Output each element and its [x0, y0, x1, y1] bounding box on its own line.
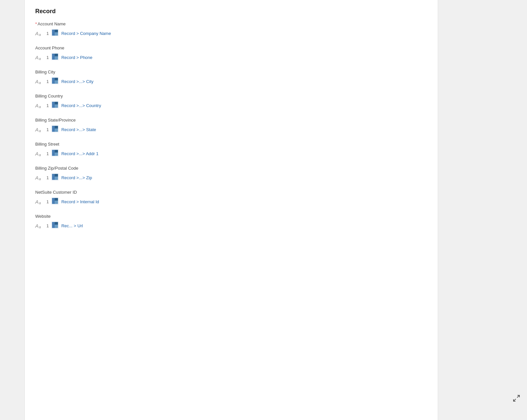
netsuite-icon	[51, 197, 59, 206]
svg-rect-3	[55, 32, 58, 36]
field-link-billing-zip[interactable]: Record >...> Zip	[61, 175, 92, 180]
netsuite-icon	[51, 53, 59, 62]
field-number: 1	[46, 31, 49, 36]
field-row-billing-country: Aa1 Record >...> Country	[35, 101, 427, 110]
field-label-text-billing-country: Billing Country	[35, 94, 63, 98]
field-row-website: Aa1 Rec... > Url	[35, 221, 427, 230]
svg-rect-31	[55, 201, 58, 204]
netsuite-icon	[51, 221, 59, 230]
field-link-netsuite-customer-id[interactable]: Record > Internal Id	[61, 199, 99, 204]
fields-container: *Account NameAa1 Record > Company NameAc…	[35, 21, 427, 230]
field-row-netsuite-customer-id: Aa1 Record > Internal Id	[35, 197, 427, 206]
section-title: Record	[35, 8, 427, 15]
type-aa-icon: Aa	[35, 103, 44, 108]
svg-rect-19	[55, 128, 58, 132]
svg-rect-7	[55, 56, 58, 60]
netsuite-icon	[51, 101, 59, 110]
netsuite-icon	[51, 29, 59, 38]
type-aa-icon: Aa	[35, 127, 44, 132]
field-link-billing-country[interactable]: Record >...> Country	[61, 103, 101, 108]
field-label-account-name: *Account Name	[35, 21, 427, 26]
field-row-account-name: Aa1 Record > Company Name	[35, 29, 427, 38]
field-link-billing-street[interactable]: Record >...> Addr 1	[61, 151, 98, 156]
field-number: 1	[46, 103, 49, 108]
type-aa-icon: Aa	[35, 199, 44, 205]
field-row-account-phone: Aa1 Record > Phone	[35, 53, 427, 62]
field-label-website: Website	[35, 214, 427, 219]
field-label-text-account-phone: Account Phone	[35, 45, 64, 50]
svg-rect-35	[55, 225, 58, 228]
field-label-text-billing-state: Billing State/Province	[35, 118, 76, 123]
field-group-account-name: *Account NameAa1 Record > Company Name	[35, 21, 427, 38]
type-aa-icon: Aa	[35, 151, 44, 156]
field-label-text-billing-city: Billing City	[35, 70, 55, 74]
field-number: 1	[46, 151, 49, 156]
right-panel	[438, 0, 527, 420]
type-aa-icon: Aa	[35, 79, 44, 84]
netsuite-icon	[51, 173, 59, 182]
field-group-billing-street: Billing StreetAa1 Record >...> Addr 1	[35, 142, 427, 158]
field-number: 1	[46, 127, 49, 132]
left-rail	[0, 0, 25, 420]
field-label-text-billing-street: Billing Street	[35, 142, 59, 147]
field-number: 1	[46, 55, 49, 60]
field-label-account-phone: Account Phone	[35, 45, 427, 50]
field-label-text-billing-zip: Billing Zip/Postal Code	[35, 166, 78, 171]
field-group-netsuite-customer-id: NetSuite Customer IDAa1 Record > Interna…	[35, 190, 427, 206]
field-group-billing-city: Billing CityAa1 Record >...> City	[35, 70, 427, 86]
svg-rect-23	[55, 153, 58, 156]
field-group-website: WebsiteAa1 Rec... > Url	[35, 214, 427, 230]
field-number: 1	[46, 223, 49, 228]
netsuite-icon	[51, 77, 59, 86]
type-aa-icon: Aa	[35, 175, 44, 181]
main-content: Record *Account NameAa1 Record > Company…	[25, 0, 438, 420]
svg-rect-15	[55, 104, 58, 108]
field-label-billing-country: Billing Country	[35, 94, 427, 98]
field-group-billing-country: Billing CountryAa1 Record >...> Country	[35, 94, 427, 110]
field-link-account-name[interactable]: Record > Company Name	[61, 31, 111, 36]
svg-line-37	[513, 399, 516, 401]
field-link-billing-city[interactable]: Record >...> City	[61, 79, 94, 84]
field-label-text-website: Website	[35, 214, 51, 219]
field-label-text-account-name: Account Name	[38, 21, 66, 26]
type-aa-icon: Aa	[35, 55, 44, 60]
field-label-text-netsuite-customer-id: NetSuite Customer ID	[35, 190, 77, 195]
field-link-account-phone[interactable]: Record > Phone	[61, 55, 92, 60]
field-row-billing-state: Aa1 Record >...> State	[35, 125, 427, 134]
field-row-billing-street: Aa1 Record >...> Addr 1	[35, 149, 427, 158]
netsuite-icon	[51, 125, 59, 134]
expand-button[interactable]	[513, 394, 520, 404]
field-label-billing-state: Billing State/Province	[35, 118, 427, 123]
field-number: 1	[46, 199, 49, 204]
svg-rect-11	[55, 80, 58, 84]
svg-rect-27	[55, 177, 58, 180]
field-group-billing-zip: Billing Zip/Postal CodeAa1 Record >...> …	[35, 166, 427, 182]
field-label-billing-street: Billing Street	[35, 142, 427, 147]
field-link-website[interactable]: Rec... > Url	[61, 223, 83, 228]
field-group-account-phone: Account PhoneAa1 Record > Phone	[35, 45, 427, 62]
svg-line-36	[517, 395, 519, 398]
field-link-billing-state[interactable]: Record >...> State	[61, 127, 96, 132]
field-group-billing-state: Billing State/ProvinceAa1 Record >...> S…	[35, 118, 427, 134]
field-row-billing-city: Aa1 Record >...> City	[35, 77, 427, 86]
field-label-netsuite-customer-id: NetSuite Customer ID	[35, 190, 427, 195]
field-number: 1	[46, 79, 49, 84]
netsuite-icon	[51, 149, 59, 158]
type-aa-icon: Aa	[35, 31, 44, 36]
field-label-billing-zip: Billing Zip/Postal Code	[35, 166, 427, 171]
required-indicator: *	[35, 21, 37, 26]
type-aa-icon: Aa	[35, 223, 44, 229]
field-row-billing-zip: Aa1 Record >...> Zip	[35, 173, 427, 182]
field-label-billing-city: Billing City	[35, 70, 427, 74]
field-number: 1	[46, 175, 49, 180]
